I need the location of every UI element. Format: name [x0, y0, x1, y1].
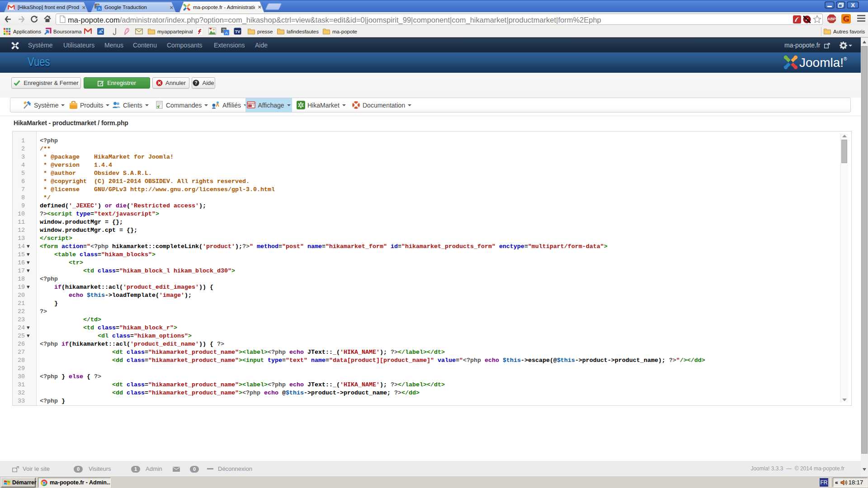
svg-text:TV: TV — [235, 29, 241, 34]
svg-text:?: ? — [195, 80, 198, 85]
svg-text:A: A — [225, 30, 228, 35]
svg-text:A: A — [98, 6, 101, 11]
svg-text:ABP: ABP — [828, 17, 836, 21]
